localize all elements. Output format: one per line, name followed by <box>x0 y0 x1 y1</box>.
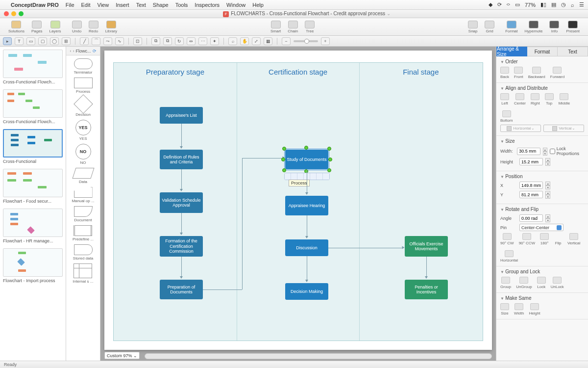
grid-button[interactable]: Grid <box>482 20 497 34</box>
app-name[interactable]: ConceptDraw PRO <box>11 2 59 8</box>
menu-list-icon[interactable]: ☰ <box>579 1 584 8</box>
mini-btn[interactable] <box>291 173 297 180</box>
menu-shape[interactable]: Shape <box>153 2 169 8</box>
hypernote-button[interactable]: Hypernote <box>522 20 545 34</box>
table-tool[interactable]: ⊞ <box>62 37 71 45</box>
align-top-button[interactable]: Top <box>545 93 554 105</box>
order-forward-button[interactable]: Forward <box>550 67 564 79</box>
node-officials[interactable]: Officials Exercise Movements <box>405 236 448 257</box>
ungroup-tool[interactable]: ⧉ <box>163 37 172 45</box>
menuextra-icon[interactable]: ◆ <box>489 1 492 8</box>
order-front-button[interactable]: Front <box>514 67 523 79</box>
node-appraisee-hearing[interactable]: Appraisee Hearing <box>285 196 328 215</box>
align-bottom-button[interactable]: Bottom <box>500 110 513 123</box>
flag-icon[interactable]: ▤ <box>551 1 556 8</box>
distribute-tool[interactable]: ⋯ <box>198 37 207 45</box>
col-header-cert[interactable]: Certification stage <box>237 68 360 76</box>
node-formation[interactable]: Formation of the Certification Commissio… <box>160 236 203 257</box>
drawing-canvas[interactable]: Preparatory stage Certification stage Fi… <box>104 51 492 350</box>
zoom-window-button[interactable] <box>19 11 24 16</box>
template-thumb[interactable]: Cross-Functional Flowch... <box>3 50 63 84</box>
zoom-combo[interactable]: Custom 97%⌄ <box>104 352 140 359</box>
mini-btn[interactable] <box>297 173 304 180</box>
battery-percent[interactable]: 77% <box>525 2 536 8</box>
minimize-window-button[interactable] <box>11 11 16 16</box>
y-input[interactable] <box>519 191 543 198</box>
tab-text[interactable]: Text <box>558 47 588 56</box>
template-thumb[interactable]: Flowchart - Food secur... <box>3 169 63 204</box>
align-right-button[interactable]: Right <box>531 93 540 105</box>
shape-decision[interactable]: Decision <box>75 97 91 117</box>
ungroup-button[interactable]: UnGroup <box>516 277 532 289</box>
shape-yes[interactable]: YESYES <box>75 120 91 141</box>
lock-proportions[interactable]: Lock Proportions <box>550 146 584 156</box>
library-button[interactable]: Library <box>103 20 120 34</box>
tree-button[interactable]: Tree <box>302 20 317 34</box>
ellipse-tool[interactable]: ◯ <box>50 37 59 45</box>
node-discussion[interactable]: Discussion <box>285 239 328 256</box>
shape-stored[interactable]: Stored data <box>73 244 93 261</box>
align-center-button[interactable]: Center <box>514 93 526 105</box>
menu-file[interactable]: File <box>66 2 74 8</box>
text-tool[interactable]: T <box>15 37 24 45</box>
angle-stepper[interactable]: ▴▾ <box>545 214 550 222</box>
shape-data[interactable]: Data <box>74 168 93 184</box>
height-stepper[interactable]: ▴▾ <box>545 158 550 165</box>
mini-btn[interactable] <box>317 173 323 180</box>
bezier-tool[interactable]: ∿ <box>115 37 124 45</box>
mini-btn[interactable] <box>323 173 329 180</box>
chain-button[interactable]: Chain <box>285 20 300 34</box>
order-back-button[interactable]: Back <box>500 67 509 79</box>
y-stepper[interactable]: ▴▾ <box>545 191 550 198</box>
col-header-final[interactable]: Final stage <box>359 68 482 76</box>
display-icon[interactable]: ▭ <box>515 1 520 8</box>
menu-edit[interactable]: Edit <box>81 2 91 8</box>
node-decision-making[interactable]: Decision Making <box>285 283 328 300</box>
line-tool[interactable]: ╱ <box>80 37 89 45</box>
rotate-90ccw-button[interactable]: 90° CCW <box>519 233 535 245</box>
col-header-prep[interactable]: Preparatory stage <box>114 68 237 76</box>
h-scrollbar[interactable] <box>145 353 492 359</box>
template-thumb[interactable]: Cross-Functional Flowch... <box>3 89 63 124</box>
crop-tool[interactable]: ⊡ <box>133 37 142 45</box>
node-penalties[interactable]: Penalties or Incentives <box>405 280 448 299</box>
x-input[interactable] <box>519 182 543 189</box>
menu-text[interactable]: Text <box>136 2 146 8</box>
flip-horizontal-button[interactable]: Horizontal <box>500 250 518 263</box>
node-preparation[interactable]: Preparation of Documents <box>160 280 203 299</box>
order-backward-button[interactable]: Backward <box>528 67 545 79</box>
rect-tool[interactable]: ▭ <box>26 37 35 45</box>
present-button[interactable]: Present <box>564 20 582 34</box>
distribute-vertical[interactable]: Vertical ⌄ <box>543 125 584 132</box>
template-thumb-selected[interactable]: Cross-Functional <box>3 129 63 164</box>
same-width-button[interactable]: Width <box>514 303 524 315</box>
lock-button[interactable]: Lock <box>537 277 546 289</box>
zoom-tool[interactable]: ⌕ <box>228 37 237 45</box>
shape-document[interactable]: Document <box>74 206 93 222</box>
unlock-button[interactable]: UnLock <box>551 277 564 289</box>
same-size-button[interactable]: Size <box>500 303 509 315</box>
angle-input[interactable] <box>519 214 543 222</box>
flip-vertical-button[interactable]: Vertical <box>567 233 580 245</box>
width-input[interactable] <box>517 148 540 155</box>
edit-points-tool[interactable]: ✦ <box>210 37 219 45</box>
menu-help[interactable]: Help <box>252 2 264 8</box>
swimlane-container[interactable]: Preparatory stage Certification stage Fi… <box>113 62 483 341</box>
menu-view[interactable]: View <box>98 2 109 8</box>
shape-predefine[interactable]: Predefine ... <box>73 225 94 241</box>
rotate-180-button[interactable]: 180° <box>540 233 549 245</box>
fit-tool[interactable]: ⤢ <box>252 37 261 45</box>
undo-button[interactable]: Undo <box>70 20 84 34</box>
menu-insert[interactable]: Insert <box>116 2 129 8</box>
shape-manual[interactable]: Manual op ... <box>72 187 94 203</box>
pan-tool[interactable]: ✋ <box>240 37 249 45</box>
zoom-in-button[interactable]: + <box>321 37 330 45</box>
battery-icon[interactable]: ▮▯ <box>540 1 546 8</box>
presentation-tool[interactable]: ▦ <box>264 37 272 45</box>
sync-icon[interactable]: ⟳ <box>497 1 502 8</box>
arc-tool[interactable]: ⌒ <box>92 37 100 45</box>
solutions-button[interactable]: Solutions <box>6 20 27 34</box>
node-definition[interactable]: Definition of Rules and Criteria <box>160 150 203 169</box>
rotate-tool[interactable]: ↻ <box>175 37 184 45</box>
wifi-icon[interactable]: ⌔ <box>507 2 510 8</box>
